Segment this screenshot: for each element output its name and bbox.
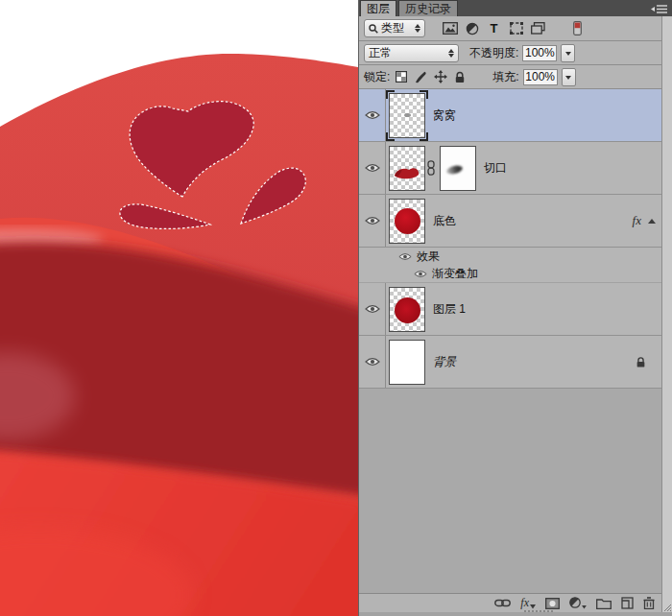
panel-resize-grip[interactable] (661, 599, 672, 616)
opacity-dropdown-button[interactable] (561, 44, 575, 62)
selected-thumbnail-brackets (389, 93, 425, 138)
folder-icon (596, 598, 612, 609)
photoshop-workspace: 图层 历史记录 类型 (0, 0, 672, 616)
filter-type-layers-button[interactable]: T (485, 20, 503, 37)
layer-name[interactable]: 背景 (433, 354, 456, 370)
layers-empty-area (359, 389, 661, 593)
effects-visibility-toggle[interactable] (397, 252, 413, 261)
panel-scrollbar-track[interactable] (661, 16, 672, 612)
thumbnail-wrap (389, 340, 425, 385)
opacity-value: 100% (525, 46, 555, 59)
updown-arrows-icon (448, 46, 454, 60)
tab-layers[interactable]: 图层 (360, 0, 396, 16)
filter-adjustment-layers-button[interactable] (463, 20, 481, 37)
search-icon (369, 24, 378, 34)
opacity-label: 不透明度: (469, 45, 518, 61)
lock-icon (454, 71, 466, 83)
visibility-toggle[interactable] (359, 142, 386, 194)
tab-history[interactable]: 历史记录 (398, 0, 458, 16)
blend-mode-value: 正常 (369, 45, 445, 61)
thumbnail-content-speck (404, 113, 411, 117)
filter-toggle-switch[interactable] (568, 20, 587, 37)
visibility-toggle[interactable] (359, 89, 386, 141)
filter-shape-layers-button[interactable] (507, 20, 525, 37)
fill-value: 100% (525, 70, 555, 83)
eye-icon (365, 163, 380, 173)
layer-row-tuceng1[interactable]: 图层 1 (359, 283, 661, 336)
effect-visibility-toggle[interactable] (413, 270, 428, 278)
eye-icon (365, 357, 380, 367)
layer-mask-icon (545, 598, 560, 609)
filter-kind-dropdown[interactable]: 类型 (364, 19, 425, 37)
eye-icon (365, 110, 380, 120)
add-layer-style-button[interactable]: fx (520, 596, 536, 611)
panel-menu-button[interactable] (650, 3, 669, 14)
layer-thumbnail[interactable] (389, 287, 425, 332)
blend-mode-row: 正常 不透明度: 100% (359, 41, 661, 65)
mask-link-icon[interactable] (427, 160, 435, 176)
layer-thumbnail[interactable] (389, 340, 425, 385)
visibility-toggle[interactable] (359, 336, 386, 388)
lock-pixels-button[interactable] (413, 68, 428, 85)
move-arrows-icon (434, 70, 447, 83)
filter-smart-objects-button[interactable] (529, 20, 547, 37)
chain-icon (427, 160, 435, 176)
layer-row-dise[interactable]: 底色 fx (359, 195, 661, 248)
chevron-down-icon (582, 605, 587, 609)
layer-row-wowo[interactable]: 窝窝 (359, 89, 661, 142)
visibility-toggle[interactable] (359, 195, 386, 247)
layer-row-background[interactable]: 背景 (359, 336, 661, 389)
layer-style-badge[interactable]: fx (633, 213, 661, 228)
layer-name[interactable]: 窝窝 (433, 107, 456, 124)
fill-dropdown-button[interactable] (562, 68, 576, 86)
effects-header-label: 效果 (417, 249, 440, 265)
delete-layer-button[interactable] (643, 596, 655, 611)
fill-input[interactable]: 100% (523, 69, 558, 85)
lock-transparency-button[interactable] (394, 68, 409, 85)
effect-gradient-overlay-row[interactable]: 渐变叠加 (359, 266, 661, 283)
red-circle-graphic (395, 297, 420, 323)
lock-all-button[interactable] (452, 68, 468, 85)
lock-row: 锁定: (359, 65, 661, 89)
chevron-down-icon (565, 76, 571, 83)
eye-icon (365, 304, 380, 314)
mask-thumbnail-wrap (440, 146, 476, 191)
thumbnail-wrap (389, 287, 425, 332)
new-group-button[interactable] (596, 596, 612, 611)
link-layers-button[interactable] (494, 596, 511, 611)
layer-name[interactable]: 底色 (433, 213, 456, 229)
chain-link-icon (494, 598, 511, 608)
opacity-input[interactable]: 100% (522, 45, 557, 61)
document-canvas[interactable] (0, 0, 358, 616)
fx-icon[interactable]: fx (633, 213, 641, 228)
effects-header-row[interactable]: 效果 (359, 248, 661, 266)
panel-menu-icon (651, 4, 668, 14)
thumbnail-wrap (389, 146, 425, 191)
artwork-red-shape (0, 0, 358, 616)
new-adjustment-layer-button[interactable] (569, 596, 587, 611)
layer-row-qiekou[interactable]: 切口 (359, 142, 661, 195)
type-T-icon: T (491, 21, 498, 36)
filter-toggle-icon (573, 21, 582, 36)
add-layer-mask-button[interactable] (545, 596, 560, 611)
filter-pixel-layers-button[interactable] (441, 20, 459, 37)
blend-mode-dropdown[interactable]: 正常 (364, 44, 459, 62)
layer-thumbnail[interactable] (389, 146, 425, 191)
updown-arrows-icon (415, 21, 420, 36)
collapse-effects-icon[interactable] (648, 215, 656, 224)
background-lock-badge[interactable] (636, 356, 646, 368)
layer-name[interactable]: 切口 (484, 160, 507, 177)
new-layer-button[interactable] (621, 596, 634, 611)
layer-thumbnail[interactable] (389, 93, 425, 138)
layers-panel: 图层 历史记录 类型 (358, 0, 672, 616)
layer-thumbnail[interactable] (389, 199, 425, 244)
layer-name[interactable]: 图层 1 (433, 301, 466, 318)
lock-icon (636, 356, 646, 368)
visibility-toggle[interactable] (359, 283, 386, 335)
mask-smudge-graphic (445, 164, 463, 176)
trash-icon (643, 597, 655, 609)
layer-mask-thumbnail[interactable] (440, 146, 476, 191)
chevron-down-icon (530, 604, 536, 609)
layers-list: 窝窝 (359, 89, 661, 593)
lock-position-button[interactable] (432, 68, 448, 85)
